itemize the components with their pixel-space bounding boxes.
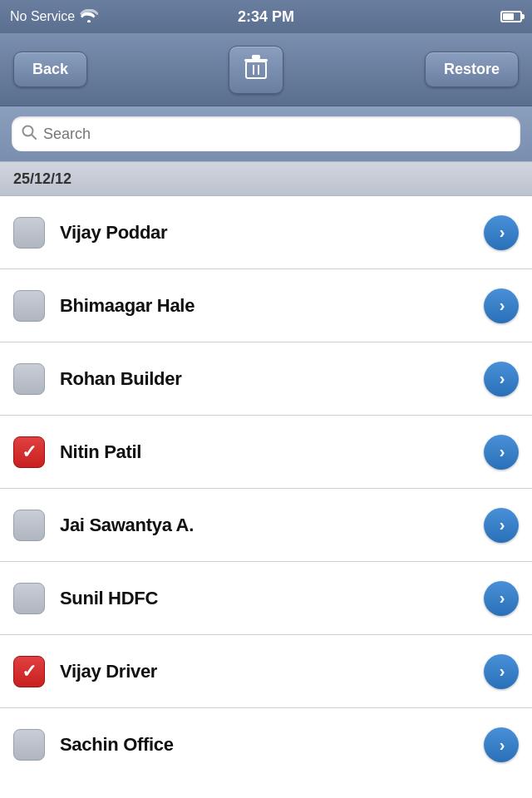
wifi-icon [80,9,98,25]
detail-button[interactable]: › [484,288,519,323]
list-item[interactable]: ✓ Vijay Poddar › [0,196,532,269]
section-date: 25/12/12 [13,170,71,188]
checkbox[interactable]: ✓ [13,583,45,614]
chevron-right-icon: › [500,515,505,534]
detail-button[interactable]: › [484,727,519,762]
checkbox[interactable]: ✓ [13,290,45,322]
check-icon: ✓ [22,443,37,461]
checkbox[interactable]: ✓ [13,510,45,541]
detail-button[interactable]: › [484,654,519,689]
check-icon: ✓ [22,663,37,681]
detail-button[interactable]: › [484,508,519,543]
restore-button[interactable]: Restore [425,52,519,87]
carrier-label: No Service [10,9,75,24]
detail-button[interactable]: › [484,435,519,470]
chevron-right-icon: › [500,736,505,755]
list-item[interactable]: ✓ Sachin Office › [0,708,532,781]
svg-rect-1 [253,65,254,75]
list-item[interactable]: ✓ Jai Sawantya A. › [0,489,532,562]
contact-name: Nitin Patil [60,441,484,463]
chevron-right-icon: › [500,223,505,242]
list-item[interactable]: ✓ Vijay Driver › [0,635,532,708]
trash-button[interactable] [229,46,283,94]
checkbox[interactable]: ✓ [13,363,45,395]
chevron-right-icon: › [500,589,505,608]
checkbox[interactable]: ✓ [13,729,45,761]
svg-rect-2 [258,65,259,75]
list-item[interactable]: ✓ Rohan Builder › [0,342,532,416]
search-wrapper[interactable] [12,116,520,151]
contact-list: ✓ Vijay Poddar › ✓ Bhimaagar Hale › ✓ Ro… [0,196,532,781]
search-icon [22,125,37,144]
status-bar: No Service 2:34 PM [0,0,532,33]
list-item[interactable]: ✓ Bhimaagar Hale › [0,269,532,342]
contact-name: Sachin Office [60,734,484,756]
chevron-right-icon: › [500,662,505,681]
chevron-right-icon: › [500,296,505,315]
time-label: 2:34 PM [238,8,294,26]
detail-button[interactable]: › [484,215,519,250]
contact-name: Rohan Builder [60,368,484,390]
checkbox[interactable]: ✓ [13,656,45,687]
back-button[interactable]: Back [13,52,87,87]
checkbox[interactable]: ✓ [13,436,45,468]
search-bar [0,106,532,161]
contact-name: Sunil HDFC [60,588,484,609]
battery-icon [500,11,522,22]
contact-name: Vijay Driver [60,661,484,682]
svg-rect-3 [244,59,268,62]
search-input[interactable] [43,126,510,143]
svg-rect-4 [252,55,260,59]
list-item[interactable]: ✓ Nitin Patil › [0,416,532,489]
svg-rect-0 [246,62,266,78]
contact-name: Jai Sawantya A. [60,515,484,536]
chevron-right-icon: › [500,442,505,461]
detail-button[interactable]: › [484,362,519,397]
contact-name: Vijay Poddar [60,222,484,244]
contact-name: Bhimaagar Hale [60,295,484,317]
svg-line-6 [32,135,36,139]
checkbox[interactable]: ✓ [13,217,45,249]
list-item[interactable]: ✓ Sunil HDFC › [0,562,532,635]
nav-bar: Back Restore [0,33,532,106]
detail-button[interactable]: › [484,581,519,616]
chevron-right-icon: › [500,369,505,388]
section-header: 25/12/12 [0,161,532,196]
